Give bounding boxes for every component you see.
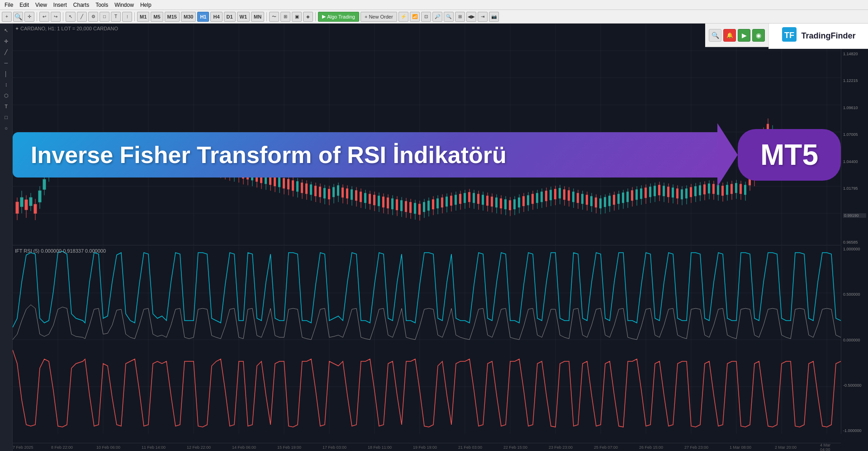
lt-shapes[interactable]: □: [1, 112, 11, 122]
svg-rect-88: [152, 143, 154, 149]
date-16: 27 Feb 23:00: [684, 445, 708, 450]
indicator-chart-svg: [13, 246, 841, 434]
algo-trading-button[interactable]: ▶ Algo Trading: [318, 12, 359, 22]
svg-rect-318: [672, 187, 674, 197]
menu-insert[interactable]: Insert: [51, 1, 70, 9]
svg-rect-370: [789, 151, 792, 167]
indicator-panel[interactable]: IFT RSI (5) 0.000000 0.918337 0.000000: [13, 246, 841, 434]
tf-m15[interactable]: M15: [165, 12, 180, 22]
menu-edit[interactable]: Edit: [17, 1, 32, 9]
tf-w1[interactable]: W1: [237, 12, 250, 22]
signals-button[interactable]: 📶: [410, 12, 420, 22]
zoom-in-button[interactable]: 🔍: [13, 12, 23, 22]
chart-type-bar[interactable]: ▣: [292, 12, 302, 22]
new-order-button[interactable]: + New Order: [360, 12, 397, 22]
crosshair-button[interactable]: ✛: [24, 12, 34, 22]
date-9: 18 Feb 11:00: [368, 445, 392, 450]
shapes-button[interactable]: □: [100, 12, 109, 22]
lt-ellipse[interactable]: ○: [1, 123, 11, 133]
lt-hline[interactable]: ─: [1, 58, 11, 68]
svg-rect-298: [626, 192, 629, 202]
lt-channel[interactable]: ⬡: [1, 91, 11, 101]
svg-rect-294: [617, 194, 620, 204]
search-icon-btn[interactable]: 🔍: [709, 29, 721, 42]
svg-rect-146: [283, 178, 285, 188]
svg-rect-170: [337, 185, 339, 196]
svg-rect-346: [735, 183, 737, 193]
price-level-9: 0.96585: [843, 240, 866, 245]
lt-line[interactable]: ╱: [1, 47, 11, 57]
green-btn-2[interactable]: ◉: [752, 29, 765, 42]
toolbar-separator-1: [37, 12, 37, 21]
lt-fib[interactable]: ⫶: [1, 80, 11, 90]
svg-rect-152: [296, 181, 299, 192]
chart-container: TF TradingFinder 🔍 🔔 ▶ ◉ ↖ ✛ ╱ ─ │ ⫶ ⬡ T…: [0, 24, 868, 451]
ift-level-4: -0.500000: [843, 383, 866, 388]
green-btn-1[interactable]: ▶: [738, 29, 750, 42]
svg-rect-268: [559, 188, 561, 198]
svg-rect-236: [486, 196, 489, 206]
svg-rect-122: [228, 165, 231, 175]
lt-text[interactable]: T: [1, 101, 11, 111]
fib-button[interactable]: ⫶: [122, 12, 132, 22]
tf-h4[interactable]: H4: [210, 12, 222, 22]
tf-h1[interactable]: H1: [197, 12, 209, 22]
tools-button[interactable]: ⚙: [88, 12, 98, 22]
grid-button[interactable]: ⊞: [455, 12, 465, 22]
zoom-out-button[interactable]: 🔎: [432, 12, 442, 22]
redo-button[interactable]: ↪: [51, 12, 61, 22]
menu-charts[interactable]: Charts: [71, 1, 92, 9]
chart-type-candle[interactable]: ⊞: [280, 12, 290, 22]
chart-type-heikin[interactable]: ◈: [303, 12, 313, 22]
svg-rect-320: [676, 188, 678, 198]
screenshot-button[interactable]: 📷: [489, 12, 499, 22]
main-toolbar: + 🔍 ✛ ↩ ↪ ↖ ╱ ⚙ □ T ⫶ M1 M5 M15 M30 H1 H…: [0, 10, 868, 24]
toolbar-separator-3: [134, 12, 135, 21]
tf-mn[interactable]: MN: [251, 12, 264, 22]
chart-type-line[interactable]: 〜: [269, 12, 279, 22]
svg-rect-258: [536, 193, 538, 203]
price-level-3: 1.12215: [843, 78, 866, 83]
date-15: 26 Feb 15:00: [639, 445, 663, 450]
svg-rect-102: [183, 151, 185, 160]
menu-view[interactable]: View: [33, 1, 50, 9]
menu-help[interactable]: Help: [138, 1, 154, 9]
scroll-button[interactable]: ◀▶: [466, 12, 476, 22]
svg-rect-174: [346, 188, 348, 198]
main-price-chart[interactable]: ✦ CARDANO, H1: 1 LOT = 20,000 CARDANO: [13, 24, 841, 245]
new-order-label: New Order: [369, 14, 393, 19]
new-chart-button[interactable]: +: [2, 12, 12, 22]
order-icon: +: [365, 14, 367, 19]
svg-rect-60: [88, 147, 90, 153]
line-button[interactable]: ╱: [77, 12, 87, 22]
lt-crosshair[interactable]: ✛: [1, 36, 11, 46]
undo-button[interactable]: ↩: [39, 12, 49, 22]
tf-d1[interactable]: D1: [224, 12, 236, 22]
menu-tools[interactable]: Tools: [93, 1, 111, 9]
menu-window[interactable]: Window: [112, 1, 137, 9]
text-button[interactable]: T: [111, 12, 121, 22]
svg-rect-386: [825, 154, 828, 169]
cursor-button[interactable]: ↖: [66, 12, 76, 22]
svg-rect-108: [197, 156, 199, 166]
menu-file[interactable]: File: [2, 1, 16, 9]
svg-rect-48: [61, 154, 63, 161]
lt-vline[interactable]: │: [1, 69, 11, 79]
svg-rect-246: [509, 200, 511, 210]
svg-rect-136: [260, 173, 262, 183]
zoom-in2-button[interactable]: 🔍: [444, 12, 454, 22]
zoom-fit-button[interactable]: ⊡: [421, 12, 431, 22]
svg-rect-338: [717, 185, 719, 195]
svg-rect-40: [43, 179, 46, 189]
tf-m1[interactable]: M1: [137, 12, 149, 22]
alert-icon-btn[interactable]: 🔔: [723, 29, 736, 42]
svg-rect-240: [495, 197, 498, 207]
tf-m30[interactable]: M30: [181, 12, 196, 22]
price-chart-svg: [13, 24, 841, 245]
svg-rect-214: [436, 198, 439, 208]
strategy-button[interactable]: ⚡: [398, 12, 408, 22]
tf-m5[interactable]: M5: [151, 12, 163, 22]
auto-scroll-button[interactable]: ⇥: [478, 12, 488, 22]
svg-rect-364: [776, 137, 778, 155]
lt-cursor[interactable]: ↖: [1, 25, 11, 35]
